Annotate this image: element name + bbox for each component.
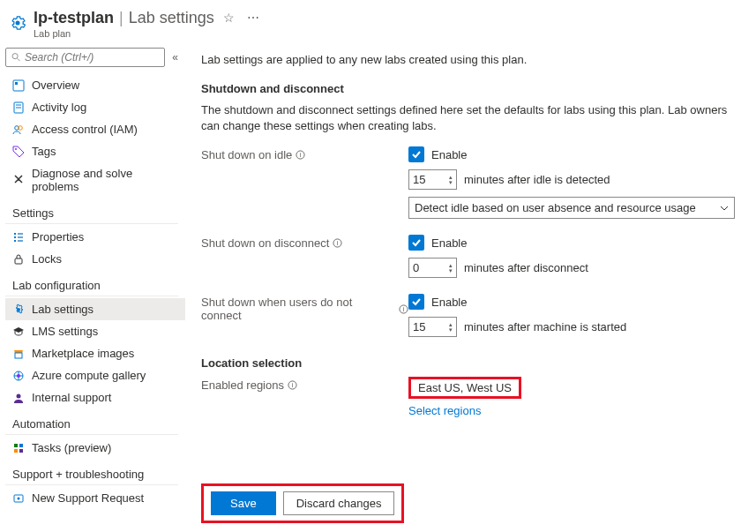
- sidebar-item-new-support-request[interactable]: New Support Request: [5, 487, 185, 509]
- disconnect-label: Shut down on disconnect i: [201, 235, 408, 250]
- idle-enable-checkbox[interactable]: [408, 146, 424, 162]
- svg-point-10: [18, 179, 19, 181]
- noconnect-minutes-input[interactable]: 15▴▾: [408, 317, 457, 337]
- sidebar-item-label: Tasks (preview): [32, 441, 111, 454]
- sidebar-item-tags[interactable]: Tags: [5, 140, 185, 162]
- svg-point-21: [17, 374, 20, 378]
- sidebar-item-overview[interactable]: Overview: [5, 74, 185, 96]
- svg-text:i: i: [337, 240, 339, 248]
- sidebar-item-internal-support[interactable]: Internal support: [5, 386, 185, 408]
- sidebar-item-label: Diagnose and solve problems: [32, 167, 178, 193]
- nav-group-support: Support + troubleshooting: [5, 459, 178, 485]
- svg-point-9: [15, 148, 17, 150]
- info-icon[interactable]: i: [333, 238, 342, 248]
- svg-rect-19: [15, 353, 22, 358]
- sidebar-item-lms-settings[interactable]: LMS settings: [5, 320, 185, 342]
- favorite-button[interactable]: ☆: [220, 7, 238, 28]
- enabled-regions-value: East US, West US: [408, 377, 521, 399]
- shutdown-heading: Shutdown and disconnect: [201, 82, 740, 95]
- more-button[interactable]: ⋯: [243, 7, 263, 28]
- info-icon[interactable]: i: [296, 150, 305, 160]
- sidebar-item-label: Overview: [32, 79, 79, 92]
- sidebar-item-label: Locks: [32, 252, 62, 266]
- activity-icon: [12, 101, 25, 114]
- spinner-icon[interactable]: ▴▾: [449, 175, 453, 185]
- main-content: Lab settings are applied to any new labs…: [185, 42, 756, 532]
- intro-text: Lab settings are applied to any new labs…: [201, 53, 740, 66]
- svg-rect-17: [15, 259, 22, 264]
- gear-icon: [9, 14, 26, 32]
- search-input[interactable]: [25, 51, 159, 64]
- sidebar-item-label: LMS settings: [32, 325, 98, 338]
- svg-line-1: [18, 58, 20, 61]
- newsupport-icon: [12, 492, 25, 505]
- lms-icon: [12, 326, 25, 338]
- svg-text:i: i: [292, 382, 294, 390]
- page-header: lp-testplan | Lab settings ☆ ⋯ Lab plan: [0, 0, 756, 42]
- noconnect-enable-checkbox[interactable]: [408, 294, 424, 310]
- svg-rect-26: [19, 449, 23, 453]
- svg-point-0: [12, 54, 18, 59]
- sidebar-item-lab-settings[interactable]: Lab settings: [5, 298, 185, 320]
- save-button[interactable]: Save: [211, 491, 276, 515]
- footer-buttons: Save Discard changes: [201, 483, 404, 523]
- idle-detection-dropdown[interactable]: Detect idle based on user absence and re…: [408, 197, 735, 219]
- location-heading: Location selection: [201, 356, 740, 370]
- regions-label: Enabled regions i: [201, 377, 408, 392]
- search-icon: [11, 52, 21, 63]
- select-regions-link[interactable]: Select regions: [408, 404, 740, 417]
- info-icon[interactable]: i: [288, 380, 297, 390]
- sidebar-item-label: Properties: [32, 230, 84, 244]
- collapse-sidebar-button[interactable]: «: [170, 49, 180, 65]
- svg-rect-2: [13, 80, 24, 91]
- disconnect-minutes-input[interactable]: 0▴▾: [408, 258, 457, 278]
- resource-name: lp-testplan: [34, 9, 114, 27]
- sidebar-item-label: Internal support: [32, 391, 111, 404]
- sidebar-item-label: Lab settings: [32, 303, 94, 316]
- sidebar-item-access-control-iam-[interactable]: Access control (IAM): [5, 118, 185, 140]
- sidebar-item-diagnose-and-solve-problems[interactable]: Diagnose and solve problems: [5, 162, 185, 198]
- svg-point-22: [17, 393, 21, 398]
- sidebar-item-label: Tags: [32, 145, 56, 158]
- support-icon: [12, 392, 25, 404]
- spinner-icon[interactable]: ▴▾: [449, 263, 453, 273]
- info-icon[interactable]: i: [399, 304, 408, 314]
- sidebar-item-label: Activity log: [32, 101, 86, 114]
- spinner-icon[interactable]: ▴▾: [449, 322, 453, 333]
- chevron-down-icon: [720, 204, 729, 213]
- svg-rect-23: [14, 444, 18, 447]
- properties-icon: [12, 231, 25, 244]
- locks-icon: [12, 253, 25, 266]
- sidebar-item-properties[interactable]: Properties: [5, 226, 185, 248]
- idle-minutes-input[interactable]: 15▴▾: [408, 169, 457, 190]
- shutdown-description: The shutdown and disconnect settings def…: [201, 102, 740, 134]
- sidebar: « OverviewActivity logAccess control (IA…: [0, 42, 185, 532]
- noconnect-label: Shut down when users do not connect i: [201, 294, 408, 322]
- nav-group-automation: Automation: [5, 408, 178, 435]
- overview-icon: [12, 79, 25, 92]
- idle-label: Shut down on idle i: [201, 146, 408, 161]
- nav-group-settings: Settings: [5, 198, 178, 224]
- sidebar-item-marketplace-images[interactable]: Marketplace images: [5, 342, 185, 364]
- svg-text:i: i: [300, 152, 302, 160]
- sidebar-item-activity-log[interactable]: Activity log: [5, 96, 185, 118]
- svg-text:i: i: [403, 305, 405, 313]
- gear-icon: [12, 303, 25, 316]
- sidebar-item-locks[interactable]: Locks: [5, 248, 185, 270]
- sidebar-item-azure-compute-gallery[interactable]: Azure compute gallery: [5, 364, 185, 386]
- sidebar-item-tasks-preview-[interactable]: Tasks (preview): [5, 437, 185, 459]
- discard-button[interactable]: Discard changes: [283, 491, 395, 515]
- sidebar-item-label: Access control (IAM): [32, 123, 138, 136]
- svg-rect-3: [15, 82, 18, 85]
- nav-group-labconfig: Lab configuration: [5, 270, 178, 296]
- resource-type: Lab plan: [34, 28, 263, 39]
- svg-rect-25: [14, 449, 18, 453]
- sidebar-item-label: New Support Request: [32, 491, 144, 505]
- disconnect-enable-checkbox[interactable]: [408, 235, 424, 251]
- marketplace-icon: [12, 348, 25, 360]
- page-title: Lab settings: [129, 9, 214, 27]
- diagnose-icon: [12, 174, 25, 186]
- tags-icon: [12, 146, 25, 158]
- search-box[interactable]: [5, 48, 165, 67]
- svg-point-28: [18, 497, 20, 499]
